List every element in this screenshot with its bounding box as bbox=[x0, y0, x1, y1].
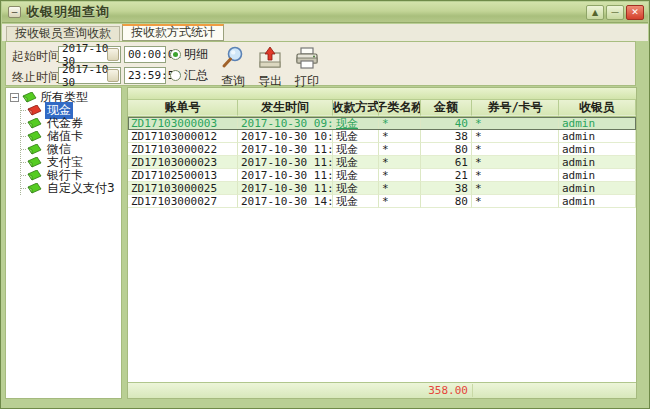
table-row[interactable]: ZD171030000272017-10-30 14:24:36现金*80*ad… bbox=[128, 195, 636, 208]
window-controls: ▲ — ✕ bbox=[586, 5, 644, 20]
cell-cashier: admin bbox=[559, 169, 636, 182]
folder-icon bbox=[27, 183, 42, 194]
tab-strip: 按收银员查询收款 按收款方式统计 bbox=[2, 24, 648, 41]
tab-stats-by-payment[interactable]: 按收款方式统计 bbox=[122, 24, 224, 41]
cell-subtype: * bbox=[379, 195, 421, 208]
column-header-bill[interactable]: 账单号 bbox=[128, 100, 238, 116]
folder-icon bbox=[22, 92, 37, 103]
tab-query-by-cashier[interactable]: 按收银员查询收款 bbox=[6, 26, 120, 41]
table-row[interactable]: ZD171030000222017-10-30 11:01:24现金*80*ad… bbox=[128, 143, 636, 156]
cell-cashier: admin bbox=[559, 195, 636, 208]
cell-method: 现金 bbox=[333, 195, 379, 208]
start-time-label: 起始时间: bbox=[12, 48, 64, 65]
export-button[interactable]: 导出 bbox=[253, 44, 287, 90]
cell-bill: ZD17102500013 bbox=[128, 169, 238, 182]
cell-time: 2017-10-30 11:01:24 bbox=[238, 143, 333, 156]
cell-amount: 40 bbox=[421, 117, 472, 130]
column-header-subtype[interactable]: 子类名称 bbox=[379, 100, 421, 116]
start-time-field[interactable]: 00:00:01 bbox=[124, 46, 166, 63]
column-header-time[interactable]: 发生时间 bbox=[238, 100, 333, 116]
cell-cashier: admin bbox=[559, 156, 636, 169]
cell-subtype: * bbox=[379, 169, 421, 182]
cell-cashier: admin bbox=[559, 182, 636, 195]
filter-toolbar: 起始时间: 2017-10-30 00:00:01 终止时间: 2017-10-… bbox=[5, 41, 636, 86]
end-date-field[interactable]: 2017-10-30 bbox=[58, 67, 121, 84]
cell-cashier: admin bbox=[559, 143, 636, 156]
table-row[interactable]: ZD171025000132017-10-30 11:28:52现金*21*ad… bbox=[128, 169, 636, 182]
column-header-amount[interactable]: 金额 bbox=[421, 100, 472, 116]
cell-method: 现金 bbox=[333, 117, 379, 130]
radio-summary[interactable]: 汇总 bbox=[170, 67, 208, 84]
cell-amount: 61 bbox=[421, 156, 472, 169]
radio-detail[interactable]: 明细 bbox=[170, 46, 208, 63]
table-row[interactable]: ZD171030000032017-10-30 09:40:50现金*40*ad… bbox=[128, 117, 636, 130]
cell-time: 2017-10-30 09:40:50 bbox=[238, 117, 333, 130]
cell-cashier: admin bbox=[559, 117, 636, 130]
cell-time: 2017-10-30 11:32:08 bbox=[238, 182, 333, 195]
start-date-dropdown-icon[interactable] bbox=[107, 48, 119, 61]
column-header-card[interactable]: 券号/卡号 bbox=[472, 100, 559, 116]
start-date-field[interactable]: 2017-10-30 bbox=[58, 46, 121, 63]
grid-body: ZD171030000032017-10-30 09:40:50现金*40*ad… bbox=[128, 117, 636, 208]
cell-card: * bbox=[472, 169, 559, 182]
cell-card: * bbox=[472, 156, 559, 169]
cell-time: 2017-10-30 11:13:14 bbox=[238, 156, 333, 169]
grid-header-row: 账单号发生时间收款方式子类名称金额券号/卡号收银员 bbox=[128, 100, 636, 117]
cell-amount: 38 bbox=[421, 130, 472, 143]
query-button[interactable]: 查询 bbox=[216, 44, 250, 90]
cell-amount: 38 bbox=[421, 182, 472, 195]
cell-method: 现金 bbox=[333, 156, 379, 169]
table-row[interactable]: ZD171030000122017-10-30 10:23:11现金*38*ad… bbox=[128, 130, 636, 143]
folder-icon bbox=[27, 170, 42, 181]
cell-method: 现金 bbox=[333, 182, 379, 195]
radio-detail-label: 明细 bbox=[184, 46, 208, 63]
folder-icon bbox=[27, 131, 42, 142]
cell-subtype: * bbox=[379, 117, 421, 130]
print-button[interactable]: 打印 bbox=[290, 44, 324, 90]
cell-time: 2017-10-30 10:23:11 bbox=[238, 130, 333, 143]
collapse-icon[interactable]: − bbox=[10, 93, 19, 102]
cell-method: 现金 bbox=[333, 130, 379, 143]
cell-card: * bbox=[472, 117, 559, 130]
cell-card: * bbox=[472, 195, 559, 208]
cell-card: * bbox=[472, 182, 559, 195]
app-window: − 收银明细查询 ▲ — ✕ 按收银员查询收款 按收款方式统计 起始时间: 20… bbox=[0, 0, 650, 409]
grid-top-strip bbox=[128, 88, 636, 100]
cell-amount: 80 bbox=[421, 195, 472, 208]
cell-card: * bbox=[472, 130, 559, 143]
grid-empty-area bbox=[128, 208, 636, 382]
table-row[interactable]: ZD171030000232017-10-30 11:13:14现金*61*ad… bbox=[128, 156, 636, 169]
tree-item-label: 自定义支付3 bbox=[45, 180, 117, 197]
cell-bill: ZD17103000012 bbox=[128, 130, 238, 143]
cell-time: 2017-10-30 11:28:52 bbox=[238, 169, 333, 182]
radio-summary-circle-icon bbox=[170, 70, 181, 81]
end-time-field[interactable]: 23:59:59 bbox=[124, 67, 166, 84]
folder-icon bbox=[27, 157, 42, 168]
table-row[interactable]: ZD171030000252017-10-30 11:32:08现金*38*ad… bbox=[128, 182, 636, 195]
system-menu-icon[interactable]: − bbox=[8, 6, 21, 18]
cell-bill: ZD17103000022 bbox=[128, 143, 238, 156]
end-time-label: 终止时间: bbox=[12, 69, 64, 86]
close-button[interactable]: ✕ bbox=[626, 5, 644, 20]
export-icon bbox=[253, 44, 287, 72]
end-date-dropdown-icon[interactable] bbox=[107, 69, 119, 82]
cell-card: * bbox=[472, 143, 559, 156]
results-grid: 账单号发生时间收款方式子类名称金额券号/卡号收银员 ZD171030000032… bbox=[127, 87, 637, 399]
cell-bill: ZD17103000023 bbox=[128, 156, 238, 169]
restore-button[interactable]: ▲ bbox=[586, 5, 604, 20]
radio-summary-label: 汇总 bbox=[184, 67, 208, 84]
cell-subtype: * bbox=[379, 143, 421, 156]
folder-icon bbox=[27, 105, 42, 116]
cell-method: 现金 bbox=[333, 169, 379, 182]
window-title: 收银明细查询 bbox=[26, 3, 110, 21]
total-amount: 358.00 bbox=[128, 384, 473, 397]
folder-icon bbox=[27, 118, 42, 129]
column-header-cashier[interactable]: 收银员 bbox=[559, 100, 636, 116]
column-header-method[interactable]: 收款方式 bbox=[333, 100, 379, 116]
cell-subtype: * bbox=[379, 130, 421, 143]
cell-subtype: * bbox=[379, 182, 421, 195]
grid-total-row: 358.00 bbox=[128, 382, 636, 398]
folder-icon bbox=[27, 144, 42, 155]
tree-item-7[interactable]: 自定义支付3 bbox=[21, 182, 121, 195]
minimize-button[interactable]: — bbox=[606, 5, 624, 20]
